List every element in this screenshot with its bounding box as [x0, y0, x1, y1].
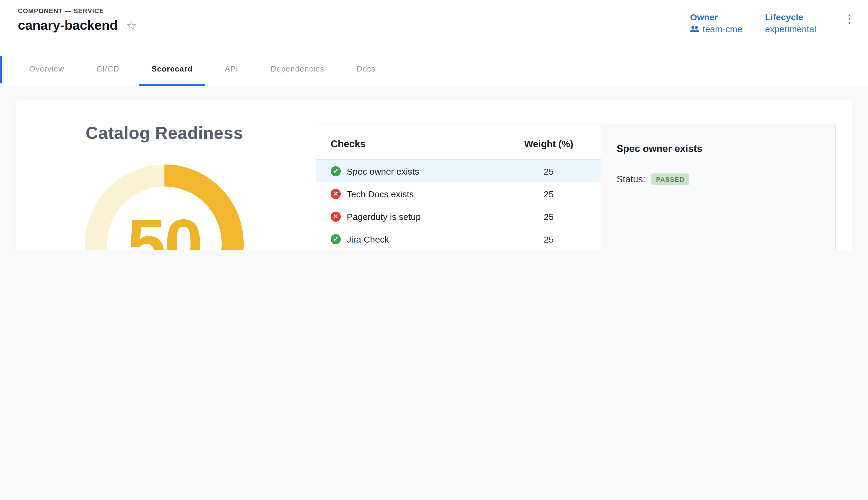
weight-value: 25 [513, 166, 585, 176]
owner-value: team-cme [703, 24, 742, 34]
lifecycle-label: Lifecycle [765, 12, 816, 22]
entity-kind-breadcrumb: COMPONENT — SERVICE [18, 7, 137, 14]
entity-meta: Owner team-cme Lifecycle experimental ⋮ [690, 7, 860, 34]
scorecard-title: Catalog Readiness [85, 123, 243, 143]
entity-heading: COMPONENT — SERVICE canary-backend ☆ [18, 7, 137, 33]
score-gauge: 50 [85, 164, 244, 250]
owner-label: Owner [690, 12, 742, 22]
star-icon[interactable]: ☆ [126, 20, 137, 32]
checks-panel: Checks Weight (%) ✓ Spec owner exists 25… [316, 125, 836, 250]
page-title: canary-backend [18, 18, 118, 33]
gauge-section: Catalog Readiness 50 0-49 50-74 [15, 100, 313, 250]
tab-docs[interactable]: Docs [340, 53, 392, 86]
check-circle-icon: ✓ [331, 234, 341, 244]
x-circle-icon: ✕ [331, 189, 341, 199]
owner-link[interactable]: team-cme [690, 24, 742, 34]
status-badge: PASSED [651, 173, 689, 185]
weight-value: 25 [513, 211, 585, 221]
entity-page: COMPONENT — SERVICE canary-backend ☆ Own… [0, 0, 868, 250]
left-accent-bar [0, 56, 2, 83]
entity-tabs: Overview CI/CD Scorecard API Dependencie… [0, 53, 868, 87]
lifecycle-block: Lifecycle experimental [765, 12, 816, 34]
status-label: Status: [617, 174, 646, 185]
score-value: 50 [127, 209, 202, 250]
tab-scorecard[interactable]: Scorecard [136, 53, 209, 86]
check-row[interactable]: ✕ Pagerduty is setup 25 [316, 205, 601, 228]
tab-api[interactable]: API [209, 53, 255, 86]
checks-table-header: Checks Weight (%) [316, 125, 601, 160]
weight-value: 25 [513, 234, 585, 244]
tab-overview[interactable]: Overview [13, 53, 80, 86]
kebab-menu-icon[interactable]: ⋮ [839, 12, 860, 26]
tab-dependencies[interactable]: Dependencies [254, 53, 340, 86]
scorecard-card: Catalog Readiness 50 0-49 50-74 [15, 100, 853, 250]
tab-cicd[interactable]: CI/CD [80, 53, 136, 86]
weight-value: 25 [513, 189, 585, 199]
check-row[interactable]: ✕ Tech Docs exists 25 [316, 182, 601, 205]
check-row[interactable]: ✓ Jira Check 25 [316, 228, 601, 250]
entity-header: COMPONENT — SERVICE canary-backend ☆ Own… [0, 0, 868, 87]
checks-section: Checks Weight (%) ✓ Spec owner exists 25… [313, 100, 853, 250]
check-row[interactable]: ✓ Spec owner exists 25 [316, 160, 601, 182]
checks-table: Checks Weight (%) ✓ Spec owner exists 25… [316, 125, 601, 250]
people-icon [690, 26, 700, 32]
checks-column-header: Checks [331, 138, 366, 150]
check-detail-panel: Spec owner exists Status: PASSED [601, 125, 835, 250]
lifecycle-value: experimental [765, 24, 816, 34]
check-circle-icon: ✓ [331, 166, 341, 176]
scorecard-content: Catalog Readiness 50 0-49 50-74 [0, 87, 868, 250]
owner-block: Owner team-cme [690, 12, 742, 34]
weight-column-header: Weight (%) [513, 138, 585, 149]
check-detail-title: Spec owner exists [617, 143, 821, 154]
x-circle-icon: ✕ [331, 211, 341, 221]
